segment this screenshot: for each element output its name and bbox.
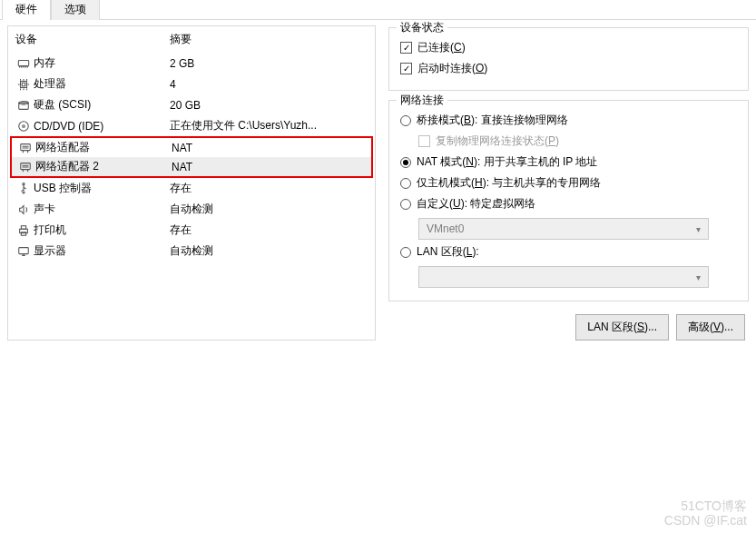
radio-host-only[interactable]: 仅主机模式(H): 与主机共享的专用网络: [400, 173, 737, 193]
check-icon: [418, 135, 430, 147]
radio-bridged[interactable]: 桥接模式(B): 直接连接物理网络: [400, 110, 737, 131]
column-summary: 摘要: [170, 32, 368, 47]
checkbox-connected[interactable]: ✓ 已连接(C): [400, 37, 737, 58]
checkbox-connected-label: 已连接(C): [417, 40, 466, 55]
device-summary: NAT: [172, 142, 366, 154]
device-summary: 正在使用文件 C:\Users\Yuzh...: [170, 118, 368, 133]
checkbox-connect-at-power-on[interactable]: ✓ 启动时连接(O): [400, 58, 737, 79]
hardware-list-header: 设备 摘要: [10, 28, 373, 53]
svg-rect-1: [21, 81, 27, 87]
device-summary: NAT: [172, 161, 366, 173]
hardware-row[interactable]: 网络适配器 2NAT: [10, 157, 373, 178]
cpu-icon: [15, 78, 32, 91]
cd-icon: [15, 120, 32, 133]
device-name: USB 控制器: [32, 181, 170, 196]
svg-rect-0: [18, 60, 28, 65]
radio-lan-segment-label: LAN 区段(L):: [417, 244, 479, 260]
button-row: LAN 区段(S)... 高级(V)...: [388, 311, 749, 341]
device-summary: 存在: [170, 181, 368, 196]
chevron-down-icon: ▾: [696, 224, 701, 234]
display-icon: [15, 245, 32, 258]
hardware-list: 设备 摘要 内存2 GB处理器4硬盘 (SCSI)20 GBCD/DVD (ID…: [7, 25, 376, 341]
device-name: 处理器: [32, 76, 170, 92]
radio-bridged-label: 桥接模式(B): 直接连接物理网络: [417, 113, 568, 128]
radio-nat[interactable]: NAT 模式(N): 用于共享主机的 IP 地址: [400, 152, 737, 173]
device-summary: 自动检测: [170, 243, 368, 259]
watermark: 51CTO博客 CSDN @IF.cat: [664, 499, 747, 528]
group-title-network: 网络连接: [397, 93, 447, 108]
device-name: 打印机: [32, 222, 170, 238]
device-name: 显示器: [32, 243, 170, 259]
checkbox-replicate-state-label: 复制物理网络连接状态(P): [436, 133, 559, 149]
hardware-row[interactable]: 显示器自动检测: [10, 241, 373, 262]
device-summary: 自动检测: [170, 202, 368, 217]
checkbox-connect-at-power-on-label: 启动时连接(O): [417, 61, 487, 76]
group-title-status: 设备状态: [397, 20, 447, 35]
radio-icon: [400, 199, 411, 210]
hardware-row[interactable]: 声卡自动检测: [10, 199, 373, 220]
device-summary: 4: [170, 78, 368, 91]
advanced-button[interactable]: 高级(V)...: [676, 314, 745, 341]
svg-rect-6: [21, 143, 31, 150]
combo-lan-segment: ▾: [418, 266, 709, 288]
radio-icon: [400, 157, 411, 168]
radio-nat-label: NAT 模式(N): 用于共享主机的 IP 地址: [417, 154, 597, 170]
radio-custom[interactable]: 自定义(U): 特定虚拟网络: [400, 193, 737, 214]
svg-rect-2: [22, 83, 25, 86]
svg-rect-7: [21, 163, 31, 169]
device-name: CD/DVD (IDE): [32, 120, 170, 133]
combo-custom-vmnet-value: VMnet0: [427, 222, 464, 235]
combo-custom-vmnet: VMnet0 ▾: [418, 218, 709, 240]
device-name: 声卡: [32, 202, 170, 217]
hardware-row[interactable]: CD/DVD (IDE)正在使用文件 C:\Users\Yuzh...: [10, 115, 373, 136]
radio-icon: [400, 178, 411, 189]
device-name: 网络适配器: [34, 140, 172, 155]
device-summary: 存在: [170, 222, 368, 238]
nic-icon: [17, 161, 34, 173]
svg-point-5: [23, 124, 25, 127]
svg-rect-11: [21, 232, 25, 235]
tab-strip: 硬件 选项: [0, 0, 756, 20]
hardware-row[interactable]: 处理器4: [10, 74, 373, 94]
hardware-row[interactable]: 硬盘 (SCSI)20 GB: [10, 94, 373, 115]
hardware-row[interactable]: 打印机存在: [10, 220, 373, 241]
radio-lan-segment[interactable]: LAN 区段(L):: [400, 242, 737, 262]
device-name: 网络适配器 2: [34, 159, 172, 174]
svg-point-4: [19, 121, 29, 131]
check-icon: ✓: [400, 42, 412, 54]
device-summary: 2 GB: [170, 57, 368, 70]
hardware-row[interactable]: USB 控制器存在: [10, 178, 373, 199]
svg-rect-12: [19, 247, 29, 253]
chevron-down-icon: ▾: [696, 272, 701, 282]
svg-rect-10: [21, 225, 25, 229]
column-device: 设备: [15, 32, 170, 47]
disk-icon: [15, 99, 32, 112]
nic-icon: [17, 142, 34, 154]
lan-segments-button[interactable]: LAN 区段(S)...: [575, 314, 669, 341]
group-device-status: 设备状态 ✓ 已连接(C) ✓ 启动时连接(O): [388, 27, 749, 91]
radio-custom-label: 自定义(U): 特定虚拟网络: [417, 196, 535, 212]
hardware-row[interactable]: 网络适配器NAT: [10, 136, 373, 157]
radio-icon: [400, 247, 411, 258]
tab-options[interactable]: 选项: [51, 0, 100, 20]
radio-host-only-label: 仅主机模式(H): 与主机共享的专用网络: [417, 175, 601, 191]
sound-icon: [15, 203, 32, 216]
device-name: 硬盘 (SCSI): [32, 97, 170, 113]
settings-pane: 设备状态 ✓ 已连接(C) ✓ 启动时连接(O) 网络连接 桥接模式(B): 直…: [388, 25, 749, 341]
device-name: 内存: [32, 55, 170, 71]
check-icon: ✓: [400, 63, 412, 74]
printer-icon: [15, 224, 32, 237]
group-network-connection: 网络连接 桥接模式(B): 直接连接物理网络 复制物理网络连接状态(P) NAT…: [388, 100, 749, 301]
usb-icon: [15, 183, 32, 195]
radio-icon: [400, 115, 411, 126]
checkbox-replicate-state: 复制物理网络连接状态(P): [400, 131, 737, 152]
memory-icon: [15, 57, 32, 70]
device-summary: 20 GB: [170, 99, 368, 112]
tab-hardware[interactable]: 硬件: [2, 0, 51, 20]
hardware-row[interactable]: 内存2 GB: [10, 53, 373, 74]
